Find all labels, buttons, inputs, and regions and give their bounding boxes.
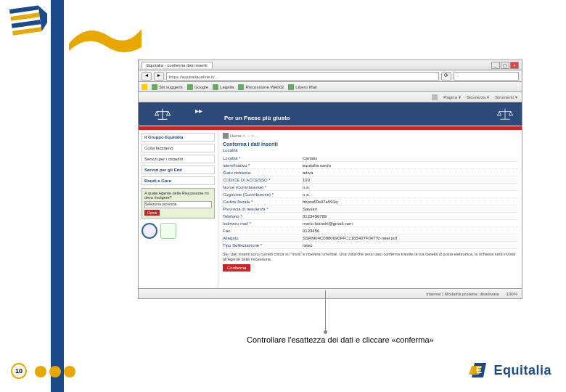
bookmark-label: Google: [194, 85, 208, 89]
status-text: Internet | Modalità protetta: disattivat…: [426, 292, 499, 296]
form-row: Indirizzo mail *mario.bianchi@gmail.com: [223, 220, 517, 227]
yellow-wave-shape: [65, 18, 145, 54]
address-bar: ◄ ► https://equitaliaonline.it/... ⟳: [139, 70, 522, 82]
page-number: 10: [11, 363, 27, 379]
safety-menu[interactable]: Sicurezza ▾: [467, 94, 489, 99]
bookmark-item[interactable]: Google: [187, 84, 208, 90]
callout-line: [325, 290, 326, 332]
form-row: Cognome (Contribuente) *n.a.: [223, 191, 517, 198]
bookmark-item[interactable]: Legalia: [213, 84, 234, 90]
agent-finder-box: A quale Agente della Riscossione mi devo…: [142, 188, 215, 219]
form-row: Telefono *0123456789: [223, 213, 517, 220]
breadcrumb-text: Home > ... > ...: [230, 134, 259, 138]
form-label: Telefono *: [223, 214, 303, 219]
browser-tab-strip: Equitalia - conferma dati inseriti _ ▢ ×: [139, 60, 522, 70]
panel-subtitle: Località: [223, 148, 517, 152]
svg-rect-0: [9, 5, 38, 14]
slide-footer: 10 E Equitalia: [0, 356, 566, 385]
form-value: n.a.: [303, 192, 517, 197]
scales-icon: [494, 107, 516, 122]
form-value: Cartalis: [303, 156, 517, 160]
panel-title: Conferma i dati inseriti: [223, 142, 517, 147]
agent-box-text: A quale Agente della Riscossione mi devo…: [144, 191, 212, 200]
bookmark-label: Libero Mail: [295, 85, 316, 89]
form-label: Allegato: [223, 236, 303, 240]
slogan-arrows-icon: ▸▸: [195, 107, 290, 115]
browser-tab[interactable]: Equitalia - conferma dati inseriti: [142, 62, 213, 68]
favorites-icon: [142, 84, 147, 90]
home-icon: [432, 94, 438, 100]
back-button[interactable]: ◄: [142, 72, 152, 81]
svg-rect-1: [10, 12, 39, 21]
equitalia-logo: E Equitalia: [469, 360, 551, 380]
form-label: Indirizzo mail *: [223, 221, 303, 226]
bookmark-icon: [152, 84, 157, 90]
bookmark-item[interactable]: Riscossione Web02: [238, 84, 284, 90]
equitalia-mark-icon: E: [469, 360, 489, 380]
breadcrumb[interactable]: Home > ... > ...: [223, 133, 517, 139]
form-row: Identificativo *equitalia sardo: [223, 162, 517, 169]
sidebar-item-cittadini[interactable]: Servizi per i cittadini: [142, 155, 215, 163]
site-sidebar: Il Gruppo Equitalia Cosa facciamo Serviz…: [139, 130, 218, 288]
form-value: equitalia sardo: [303, 163, 517, 168]
sidebar-item-gruppo[interactable]: Il Gruppo Equitalia: [142, 133, 215, 142]
svg-rect-3: [12, 27, 41, 36]
bookmark-item[interactable]: Siti suggeriti: [152, 84, 183, 90]
forward-button[interactable]: ►: [154, 72, 164, 81]
bookmark-label: Legalia: [220, 85, 234, 89]
form-value: mario.bianchi@gmail.com: [303, 221, 517, 226]
url-input[interactable]: https://equitaliaonline.it/...: [166, 72, 439, 81]
site-slogan: Per un Paese più giusto: [224, 115, 290, 121]
form-label: Cognome (Contribuente) *: [223, 192, 303, 197]
form-row: Stato richiesta:attiva: [223, 169, 517, 176]
toolbar-label: Pagina: [443, 95, 457, 99]
sidebar-item-bandi[interactable]: Bandi e Gare: [142, 176, 215, 185]
refresh-button[interactable]: ⟳: [441, 72, 451, 81]
form-row: Nome (Contribuente) *n.a.: [223, 184, 517, 191]
form-value: 0123456789: [303, 214, 517, 219]
equitalia-wordmark: Equitalia: [493, 363, 551, 378]
svg-text:E: E: [476, 365, 482, 375]
browser-search-input[interactable]: [454, 72, 519, 81]
svg-rect-2: [12, 20, 41, 28]
form-row: Fax0123456: [223, 227, 517, 234]
search-agent-button[interactable]: Cerca: [144, 210, 160, 216]
form-label: Provincia di residenza *: [223, 207, 303, 211]
form-row: Località *Cartalis: [223, 155, 517, 162]
form-value: n.a.: [303, 185, 517, 189]
form-label: Tipo Sollecitazione *: [223, 243, 303, 248]
callout-text: Controllare l'esattezza dei dati e clicc…: [247, 335, 434, 344]
dot-icon: [64, 366, 75, 377]
home-icon: [223, 133, 229, 139]
page-menu[interactable]: Pagina ▾: [443, 94, 461, 99]
slide-logo-stripes: [4, 4, 47, 47]
ie-command-bar: Pagina ▾ Sicurezza ▾ Strumenti ▾: [139, 92, 522, 102]
form-value: 103: [303, 178, 517, 182]
confirm-button[interactable]: Conferma: [223, 264, 250, 271]
form-label: Località *: [223, 156, 303, 160]
bookmark-item[interactable]: Libero Mail: [288, 84, 316, 90]
tools-menu[interactable]: Strumenti ▾: [495, 94, 517, 99]
form-row: Provincia di residenza *Sassari: [223, 205, 517, 213]
form-value: SSRM04C0880690FFC1165407F047Tc-ratel.pdf: [303, 236, 517, 240]
cert-badge-icon: [160, 223, 176, 239]
dot-icon: [49, 366, 61, 377]
form-row: Codice fiscale *hbpra50s07e591q: [223, 198, 517, 205]
bookmark-label: Siti suggeriti: [159, 85, 183, 89]
form-value: rateo: [303, 243, 517, 248]
cert-badge-icon: [142, 223, 157, 239]
sidebar-item-enti[interactable]: Servizi per gli Enti: [142, 166, 215, 174]
maximize-button[interactable]: ▢: [501, 62, 509, 69]
form-label: Codice fiscale *: [223, 200, 303, 204]
form-label: CODICE DI ACCESSO *: [223, 178, 303, 182]
form-note: Se i dati inseriti sono corretti clicca …: [223, 252, 517, 262]
home-button[interactable]: [432, 94, 438, 100]
left-accent-bar: [51, 0, 64, 392]
minimize-button[interactable]: _: [491, 62, 500, 69]
close-button[interactable]: ×: [510, 62, 519, 69]
callout-dot: [324, 330, 327, 334]
sidebar-item-cosa[interactable]: Cosa facciamo: [142, 144, 215, 152]
bookmark-label: Riscossione Web02: [245, 85, 284, 89]
zoom-level[interactable]: 100%: [506, 292, 517, 296]
province-select[interactable]: Seleziona provincia: [144, 201, 212, 208]
